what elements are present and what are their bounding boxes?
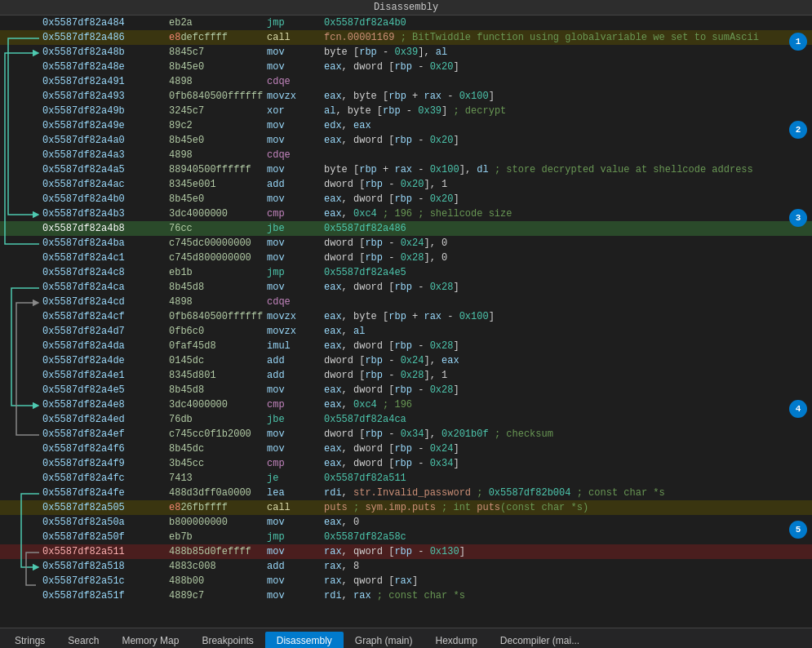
table-row[interactable]: 0x5587df82a4d70fb6c0movzxeax, al — [0, 324, 812, 339]
operands-col: 0x5587df82a511 — [324, 473, 810, 484]
table-row[interactable]: 0x5587df82a49b3245c7xoral, byte [rbp - 0… — [0, 104, 812, 118]
table-row[interactable]: 0x5587df82a4c1c745d800000000movdword [rb… — [0, 251, 812, 265]
mnemonic-col: cmp — [267, 399, 324, 411]
table-row[interactable]: 0x5587df82a4de0145dcadddword [rbp - 0x24… — [0, 353, 812, 368]
mnemonic-col: jbe — [267, 414, 324, 425]
bytes-col: e8defcffff — [169, 32, 267, 43]
tab-disassembly[interactable]: Disassembly — [265, 632, 344, 649]
table-row[interactable]: 0x5587df82a4fe488d3dff0a0000leardi, str.… — [0, 486, 812, 500]
mnemonic-col: mov — [267, 384, 324, 396]
table-row[interactable]: 0x5587df82a51f4889c7movrdi, rax ; const … — [0, 588, 812, 603]
table-row[interactable]: 0x5587df82a484eb2ajmp0x5587df82a4b0 — [0, 16, 812, 30]
address-col: 0x5587df82a4e8 — [42, 399, 169, 411]
table-row[interactable]: 0x5587df82a4b876ccjbe0x5587df82a486 — [0, 221, 812, 236]
operands-col: eax, 0xc4 ; 196 — [324, 399, 810, 411]
disassembly-header: Disassembly — [0, 0, 812, 16]
table-row[interactable]: 0x5587df82a486e8defcffffcallfcn.00001169… — [0, 30, 812, 45]
table-row[interactable]: 0x5587df82a4e83dc4000000cmpeax, 0xc4 ; 1… — [0, 397, 812, 412]
table-row[interactable]: 0x5587df82a4f93b45cccmpeax, dword [rbp -… — [0, 456, 812, 471]
tab-hexdump[interactable]: Hexdump — [424, 632, 488, 649]
address-col: 0x5587df82a4d7 — [42, 326, 169, 337]
arrow-col — [2, 427, 42, 442]
table-row[interactable]: 0x5587df82a511488b85d0feffffmovrax, qwor… — [0, 544, 812, 559]
arrow-col — [2, 368, 42, 383]
operands-col: 0x5587df82a4b0 — [324, 17, 810, 29]
table-row[interactable]: 0x5587df82a4e58b45d8moveax, dword [rbp -… — [0, 383, 812, 397]
table-row[interactable]: 0x5587df82a4b08b45e0moveax, dword [rbp -… — [0, 192, 812, 206]
bytes-col: 4898 — [169, 296, 267, 308]
address-col: 0x5587df82a484 — [42, 17, 169, 29]
operands-col: 0x5587df82a4e5 — [324, 267, 810, 278]
tab-memory-map[interactable]: Memory Map — [110, 632, 190, 649]
table-row[interactable]: 0x5587df82a505e826fbffffcallputs ; sym.i… — [0, 500, 812, 515]
mnemonic-col: add — [267, 179, 324, 190]
table-row[interactable]: 0x5587df82a50ab800000000moveax, 0 — [0, 515, 812, 530]
table-row[interactable]: 0x5587df82a48e8b45e0moveax, dword [rbp -… — [0, 60, 812, 74]
disassembly-view[interactable]: 0x5587df82a484eb2ajmp0x5587df82a4b00x558… — [0, 16, 812, 628]
table-row[interactable]: 0x5587df82a4a34898cdqe — [0, 148, 812, 162]
arrow-col — [2, 74, 42, 89]
table-row[interactable]: 0x5587df82a4f68b45dcmoveax, dword [rbp -… — [0, 442, 812, 456]
address-col: 0x5587df82a4cd — [42, 296, 169, 308]
table-row[interactable]: 0x5587df82a49e89c2movedx, eax — [0, 118, 812, 133]
table-row[interactable]: 0x5587df82a50feb7bjmp0x5587df82a58c — [0, 530, 812, 544]
table-row[interactable]: 0x5587df82a4da0faf45d8imuleax, dword [rb… — [0, 339, 812, 353]
mnemonic-col: add — [267, 370, 324, 381]
table-row[interactable]: 0x5587df82a4c8eb1bjmp0x5587df82a4e5 — [0, 265, 812, 280]
table-row[interactable]: 0x5587df82a4b33dc4000000cmpeax, 0xc4 ; 1… — [0, 206, 812, 221]
arrow-col — [2, 530, 42, 544]
bytes-col: 88940500ffffff — [169, 164, 267, 175]
arrow-col — [2, 339, 42, 353]
operands-col: eax, byte [rbp + rax - 0x100] — [324, 91, 810, 102]
arrow-col — [2, 89, 42, 104]
bytes-col: e826fbffff — [169, 502, 267, 513]
bytes-col: 4889c7 — [169, 590, 267, 601]
operands-col: eax, dword [rbp - 0x20] — [324, 193, 810, 205]
mnemonic-col: add — [267, 355, 324, 366]
arrow-col — [2, 251, 42, 265]
bytes-col: 8345d801 — [169, 370, 267, 381]
mnemonic-col: jmp — [267, 267, 324, 278]
table-row[interactable]: 0x5587df82a4cd4898cdqe — [0, 295, 812, 309]
address-col: 0x5587df82a4ba — [42, 237, 169, 249]
arrow-col — [2, 192, 42, 206]
arrow-col — [2, 456, 42, 471]
mnemonic-col: mov — [267, 135, 324, 146]
arrow-col — [2, 515, 42, 530]
arrow-col — [2, 309, 42, 324]
table-row[interactable]: 0x5587df82a4914898cdqe — [0, 74, 812, 89]
bytes-col: 89c2 — [169, 120, 267, 131]
bytes-col: c745dc00000000 — [169, 237, 267, 249]
operands-col: eax, dword [rbp - 0x28] — [324, 340, 810, 352]
tab-search[interactable]: Search — [56, 632, 110, 649]
table-row[interactable]: 0x5587df82a4a08b45e0moveax, dword [rbp -… — [0, 133, 812, 148]
arrow-col — [2, 383, 42, 397]
table-row[interactable]: 0x5587df82a4a588940500ffffffmovbyte [rbp… — [0, 162, 812, 177]
table-row[interactable]: 0x5587df82a4efc745cc0f1b2000movdword [rb… — [0, 427, 812, 442]
address-col: 0x5587df82a505 — [42, 502, 169, 513]
table-row[interactable]: 0x5587df82a4bac745dc00000000movdword [rb… — [0, 236, 812, 251]
operands-col: rdi, str.Invalid_password ; 0x5587df82b0… — [324, 487, 810, 499]
tab-decompiler-mai-[interactable]: Decompiler (mai... — [489, 632, 591, 649]
table-row[interactable]: 0x5587df82a51c488b00movrax, qword [rax] — [0, 574, 812, 588]
table-row[interactable]: 0x5587df82a5184883c008addrax, 8 — [0, 559, 812, 574]
operands-col: 0x5587df82a4ca — [324, 414, 810, 425]
operands-col: eax, dword [rbp - 0x34] — [324, 458, 810, 469]
tab-breakpoints[interactable]: Breakpoints — [190, 632, 264, 649]
table-row[interactable]: 0x5587df82a4ac8345e001adddword [rbp - 0x… — [0, 177, 812, 192]
table-row[interactable]: 0x5587df82a4930fb6840500ffffffmovzxeax, … — [0, 89, 812, 104]
table-row[interactable]: 0x5587df82a48b8845c7movbyte [rbp - 0x39]… — [0, 45, 812, 60]
table-row[interactable]: 0x5587df82a4e18345d801adddword [rbp - 0x… — [0, 368, 812, 383]
table-row[interactable]: 0x5587df82a4fc7413je0x5587df82a511 — [0, 471, 812, 486]
badge-5: 5 — [789, 521, 807, 539]
arrow-col — [2, 60, 42, 74]
tab-strings[interactable]: Strings — [3, 632, 56, 649]
table-row[interactable]: 0x5587df82a4cf0fb6840500ffffffmovzxeax, … — [0, 309, 812, 324]
table-row[interactable]: 0x5587df82a4ed76dbjbe0x5587df82a4ca — [0, 412, 812, 427]
tab-graph-main-[interactable]: Graph (main) — [344, 632, 424, 649]
mnemonic-col: mov — [267, 546, 324, 557]
address-col: 0x5587df82a48b — [42, 47, 169, 58]
operands-col: dword [rbp - 0x28], 0 — [324, 252, 810, 264]
table-row[interactable]: 0x5587df82a4ca8b45d8moveax, dword [rbp -… — [0, 280, 812, 295]
mnemonic-col: mov — [267, 252, 324, 264]
